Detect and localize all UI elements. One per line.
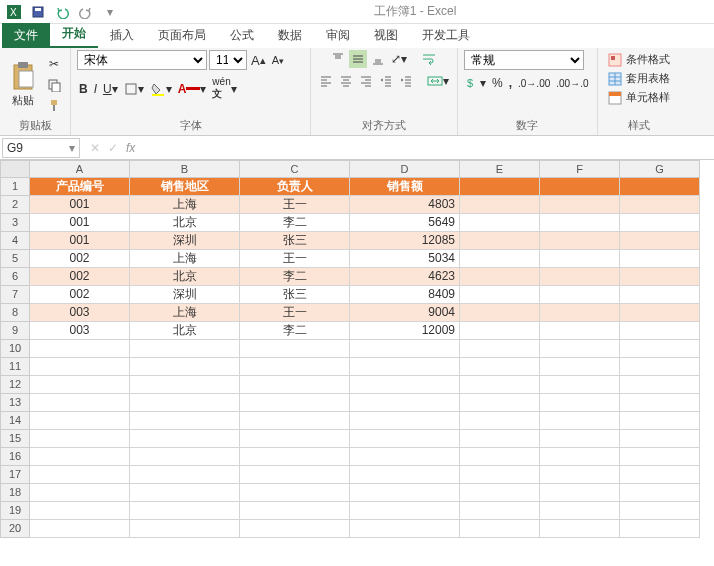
cell[interactable] — [620, 484, 700, 502]
align-left-button[interactable] — [317, 72, 335, 90]
cell[interactable]: 王一 — [240, 304, 350, 322]
cell[interactable] — [460, 250, 540, 268]
font-size-select[interactable]: 11 — [209, 50, 247, 70]
confirm-icon[interactable]: ✓ — [108, 141, 118, 155]
cell[interactable] — [30, 412, 130, 430]
cell[interactable] — [620, 178, 700, 196]
cell[interactable] — [620, 394, 700, 412]
cell[interactable] — [30, 502, 130, 520]
row-header[interactable]: 19 — [0, 502, 30, 520]
cell[interactable]: 李二 — [240, 322, 350, 340]
cell[interactable]: 5034 — [350, 250, 460, 268]
cell[interactable]: 12009 — [350, 322, 460, 340]
cell[interactable]: 001 — [30, 232, 130, 250]
cell[interactable] — [620, 376, 700, 394]
cell[interactable] — [350, 520, 460, 538]
cell[interactable] — [540, 520, 620, 538]
cell[interactable] — [460, 268, 540, 286]
decrease-decimal-button[interactable]: .00→.0 — [554, 74, 590, 92]
cell[interactable] — [540, 394, 620, 412]
cell[interactable] — [460, 322, 540, 340]
row-header[interactable]: 14 — [0, 412, 30, 430]
cell[interactable] — [620, 196, 700, 214]
cell[interactable]: 北京 — [130, 322, 240, 340]
col-header[interactable]: A — [30, 160, 130, 178]
cell[interactable] — [460, 502, 540, 520]
paste-button[interactable]: 粘贴 — [6, 57, 40, 112]
shrink-font-button[interactable]: A▾ — [270, 50, 286, 70]
cell[interactable]: 003 — [30, 322, 130, 340]
cell[interactable]: 上海 — [130, 304, 240, 322]
cell[interactable]: 李二 — [240, 268, 350, 286]
align-bottom-button[interactable] — [369, 50, 387, 68]
cell[interactable]: 北京 — [130, 268, 240, 286]
cell[interactable]: 北京 — [130, 214, 240, 232]
tab-home[interactable]: 开始 — [50, 21, 98, 48]
row-header[interactable]: 4 — [0, 232, 30, 250]
cell[interactable] — [350, 466, 460, 484]
cell[interactable] — [350, 394, 460, 412]
cell[interactable]: 002 — [30, 268, 130, 286]
wrap-text-button[interactable] — [419, 50, 439, 68]
cell[interactable] — [540, 466, 620, 484]
cell[interactable] — [540, 196, 620, 214]
cell[interactable] — [460, 178, 540, 196]
tab-formula[interactable]: 公式 — [218, 23, 266, 48]
cell[interactable] — [460, 394, 540, 412]
cell[interactable] — [460, 376, 540, 394]
cell[interactable] — [540, 502, 620, 520]
align-middle-button[interactable] — [349, 50, 367, 68]
orientation-button[interactable]: ⤢▾ — [389, 50, 409, 68]
cell[interactable] — [240, 520, 350, 538]
row-header[interactable]: 7 — [0, 286, 30, 304]
cell[interactable]: 王一 — [240, 250, 350, 268]
cell[interactable] — [240, 448, 350, 466]
cell[interactable] — [540, 178, 620, 196]
tab-layout[interactable]: 页面布局 — [146, 23, 218, 48]
cell[interactable] — [130, 502, 240, 520]
cell[interactable]: 9004 — [350, 304, 460, 322]
format-painter-button[interactable] — [44, 96, 64, 114]
cell[interactable] — [620, 466, 700, 484]
grow-font-button[interactable]: A▴ — [249, 50, 268, 70]
cell[interactable]: 李二 — [240, 214, 350, 232]
col-header[interactable]: G — [620, 160, 700, 178]
col-header[interactable]: C — [240, 160, 350, 178]
cell[interactable] — [540, 304, 620, 322]
spreadsheet-grid[interactable]: A B C D E F G 1产品编号销售地区负责人销售额2001上海王一480… — [0, 160, 714, 538]
cell[interactable] — [30, 466, 130, 484]
cell[interactable] — [460, 448, 540, 466]
cell[interactable] — [620, 412, 700, 430]
conditional-format-button[interactable]: 条件格式 — [604, 50, 674, 69]
row-header[interactable]: 3 — [0, 214, 30, 232]
cell[interactable] — [620, 358, 700, 376]
comma-button[interactable]: , — [507, 74, 514, 92]
undo-icon[interactable] — [52, 2, 72, 22]
cell[interactable] — [130, 466, 240, 484]
row-header[interactable]: 6 — [0, 268, 30, 286]
cell[interactable] — [240, 376, 350, 394]
cell[interactable] — [240, 484, 350, 502]
cell[interactable] — [460, 304, 540, 322]
cell[interactable] — [460, 340, 540, 358]
cell[interactable] — [350, 412, 460, 430]
cell[interactable] — [130, 412, 240, 430]
row-header[interactable]: 5 — [0, 250, 30, 268]
cell[interactable]: 销售地区 — [130, 178, 240, 196]
cell[interactable] — [540, 430, 620, 448]
fx-icon[interactable]: fx — [126, 141, 135, 155]
row-header[interactable]: 20 — [0, 520, 30, 538]
tab-view[interactable]: 视图 — [362, 23, 410, 48]
cell[interactable] — [540, 250, 620, 268]
cell[interactable] — [240, 466, 350, 484]
cell[interactable] — [620, 520, 700, 538]
cell[interactable]: 负责人 — [240, 178, 350, 196]
cell[interactable] — [240, 358, 350, 376]
cell[interactable] — [460, 358, 540, 376]
cell[interactable] — [540, 322, 620, 340]
cell[interactable] — [350, 430, 460, 448]
tab-review[interactable]: 审阅 — [314, 23, 362, 48]
cell[interactable] — [30, 448, 130, 466]
row-header[interactable]: 16 — [0, 448, 30, 466]
cell[interactable] — [30, 394, 130, 412]
